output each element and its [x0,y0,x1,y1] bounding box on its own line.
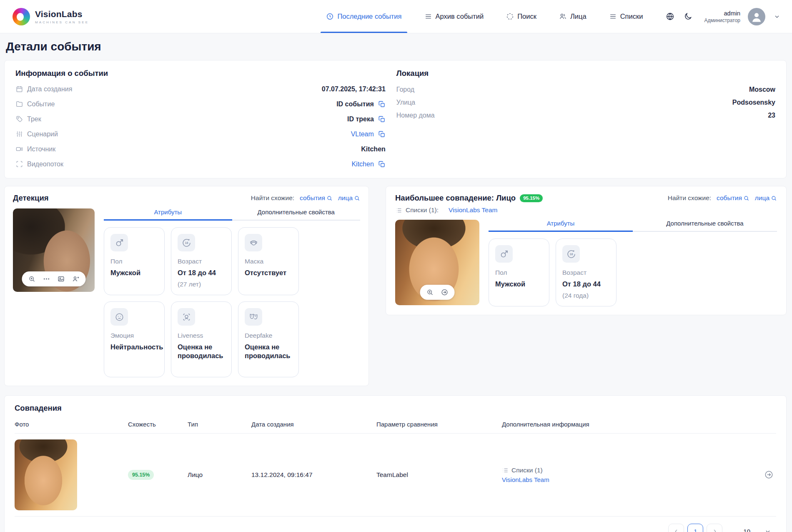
info-row-scenario: Сценарий VLteam [15,130,386,138]
col-photo: Фото [15,421,128,428]
svg-text:18: 18 [185,241,188,245]
city-value: Moscow [749,86,775,93]
top-match-card: Наибольшее совпадение: Лицо 95.15% Списк… [386,186,787,315]
tab-extra-properties[interactable]: Дополнительные свойства [232,208,361,221]
info-row-creation-date: Дата создания 07.07.2025, 17:42:31 [15,85,386,93]
creation-date-value: 07.07.2025, 17:42:31 [322,85,386,93]
list-icon [609,13,617,20]
user-role: Администратор [704,18,740,23]
language-globe-button[interactable] [665,11,675,22]
page-title: Детали события [6,40,787,53]
info-label: Событие [27,100,55,108]
detection-title: Детекция [13,193,49,203]
location-label: Улица [396,99,415,106]
match-row-photo[interactable] [15,439,77,510]
tab-extra-properties[interactable]: Дополнительные свойства [633,220,777,232]
location-label: Номер дома [396,112,435,119]
copy-event-id-button[interactable] [378,100,386,108]
list-icon [502,467,509,474]
visionlabs-logo-icon [13,8,30,25]
match-lists-row: Списки (1): VisionLabs Team [395,206,543,214]
info-row-videostream: Видеопоток Kitchen [15,160,386,168]
tab-attributes[interactable]: Атрибуты [104,208,232,221]
visionlabs-team-link[interactable]: VisionLabs Team [449,206,497,214]
search-icon [354,195,360,201]
male-icon [115,238,124,248]
nav-latest-events[interactable]: Последние события [315,0,413,33]
age-18-icon: 18 [566,249,576,259]
clock-icon [326,13,334,20]
detection-attributes-zone: Атрибуты Дополнительные свойства Пол Муж… [104,208,360,377]
match-table-row[interactable]: 95.15% Лицо 13.12.2024, 09:16:47 TeamLab… [15,434,776,516]
find-similar-events-link[interactable]: события [300,194,333,202]
nav-faces[interactable]: Лица [548,0,598,33]
detection-and-match-row: Детекция Найти схожие: события лица [4,186,787,386]
nav-search[interactable]: Поиск [495,0,548,33]
match-score-badge: 95.15% [520,194,543,202]
nav-lists[interactable]: Списки [598,0,654,33]
videostream-link[interactable]: Kitchen [351,161,373,168]
event-id-value: ID события [336,100,374,108]
ellipsis-icon [43,275,50,283]
info-label: Видеопоток [27,161,63,168]
detection-attribute-cards: Пол Мужской 18 Возраст От 18 до 44 (27 л… [104,227,360,377]
avatar[interactable] [748,8,765,25]
copy-scenario-button[interactable] [378,130,386,138]
info-row-source: Источник Kitchen [15,145,386,153]
copy-videostream-button[interactable] [378,161,386,168]
more-actions-button[interactable] [43,275,50,283]
match-created-cell: 13.12.2024, 09:16:47 [251,471,376,479]
matches-table-header: Фото Схожесть Тип Дата создания Параметр… [15,421,776,434]
nav-event-archive[interactable]: Архив событий [413,0,495,33]
deepfake-masks-icon [249,312,258,322]
user-menu-chevron-button[interactable] [773,13,781,21]
find-similar-faces-link[interactable]: лица [338,194,360,202]
location-row-house: Номер дома 23 [396,112,775,119]
event-details-page: Детали события Информация о событии Дата… [0,33,792,532]
event-info-card: Информация о событии Дата создания 07.07… [4,60,787,178]
topbar-right: admin Администратор [665,0,781,33]
zoom-in-button[interactable] [426,289,434,296]
match-tabs: Атрибуты Дополнительные свойства [489,220,777,232]
brand-name: VisionLabs [35,9,89,19]
detection-face-photo[interactable] [13,208,95,292]
find-similar-faces-link[interactable]: лица [755,194,777,202]
calendar-icon [15,85,23,93]
folder-icon [15,100,23,108]
copy-track-id-button[interactable] [378,115,386,123]
scenario-link[interactable]: VLteam [351,130,374,138]
add-to-face-button[interactable] [72,275,80,283]
svg-text:18: 18 [569,253,573,256]
nav-label: Архив событий [436,13,484,20]
list-icon [424,13,432,20]
find-similar: Найти схожие: события лица [668,194,777,202]
find-similar-events-link[interactable]: события [717,194,749,202]
tab-attributes[interactable]: Атрибуты [489,220,633,232]
age-18-icon: 18 [182,238,191,248]
open-match-button[interactable] [764,470,774,479]
col-compare-param: Параметр сравнения [376,421,502,428]
next-page-button[interactable] [707,524,722,532]
list-icon [395,207,402,214]
prev-page-button[interactable] [668,524,684,532]
col-similarity: Схожесть [128,421,188,428]
photo-toolbar [420,285,455,300]
page-1-button[interactable]: 1 [687,524,703,532]
image-icon [58,275,65,283]
go-to-face-button[interactable] [441,289,449,296]
detection-card: Детекция Найти схожие: события лица [4,186,369,386]
user-meta: admin Администратор [704,10,740,23]
match-face-photo[interactable] [395,220,479,305]
visionlabs-team-link[interactable]: VisionLabs Team [502,476,747,483]
page-size-dropdown-button[interactable] [764,528,771,532]
dashed-circle-icon [506,13,514,20]
male-icon [499,249,509,259]
full-frame-button[interactable] [58,275,65,283]
dark-mode-button[interactable] [683,11,693,22]
top-navbar: VisionLabs MACHINES CAN SEE Последние со… [0,0,792,33]
zoom-in-button[interactable] [28,275,36,283]
nav-label: Поиск [517,13,536,20]
nav-label: Списки [620,13,643,20]
search-icon [326,195,333,201]
event-info-column: Информация о событии Дата создания 07.07… [15,69,386,168]
